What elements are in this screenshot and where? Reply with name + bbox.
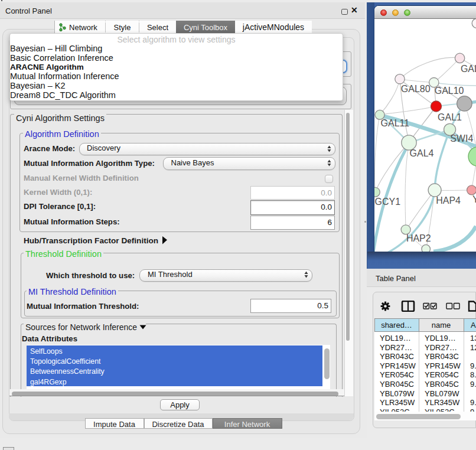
- svg-text:GAL10: GAL10: [435, 86, 464, 96]
- svg-text:GAL11: GAL11: [381, 118, 410, 128]
- svg-text:GAL1: GAL1: [438, 112, 462, 122]
- svg-text:GAL80: GAL80: [401, 84, 431, 94]
- svg-text:GCY1: GCY1: [375, 197, 401, 207]
- svg-text:HAP2: HAP2: [406, 233, 431, 243]
- svg-text:HAP4: HAP4: [436, 195, 461, 206]
- svg-text:SWI4: SWI4: [450, 133, 473, 144]
- svg-text:GAL4: GAL4: [410, 148, 434, 158]
- svg-text:YM: YM: [472, 194, 476, 204]
- svg-text:GAL7: GAL7: [461, 64, 476, 74]
